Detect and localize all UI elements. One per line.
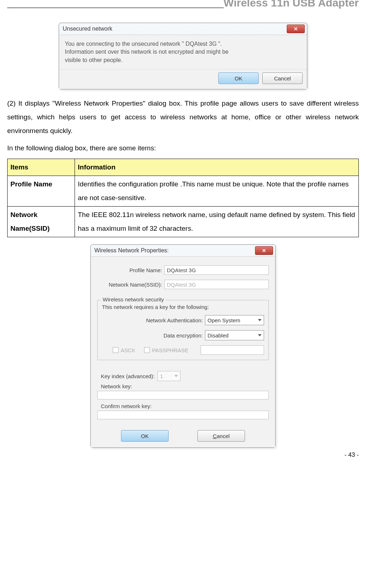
ascii-checkbox[interactable] [113, 347, 119, 353]
page-title: Wireless 11n USB Adapter [224, 0, 359, 9]
message-line: Information sent over this network is no… [65, 48, 301, 56]
table-row: Profile Name Identifies the configuratio… [8, 176, 359, 207]
passphrase-input[interactable] [201, 345, 264, 355]
network-auth-label: Network Authentication: [102, 317, 205, 323]
page-number: - 43 - [7, 451, 359, 459]
profile-name-input[interactable]: DQAtest 3G [164, 265, 269, 275]
confirm-key-label: Confirm network key: [101, 403, 269, 409]
key-index-label: Key index (advanced): [101, 373, 155, 379]
chevron-down-icon [174, 375, 178, 377]
key-index-dropdown[interactable]: 1 [157, 371, 180, 381]
ok-button[interactable]: OK [121, 430, 169, 442]
profile-name-label: Profile Name: [97, 267, 164, 273]
close-icon: ✕ [262, 248, 266, 253]
unsecured-network-dialog: Unsecured network ✕ You are connecting t… [59, 23, 307, 89]
table-row: Network Name(SSID) The IEEE 802.11n wire… [8, 207, 359, 237]
table-cell-info: Identifies the configuration profile .Th… [75, 176, 359, 207]
table-cell-item: Profile Name [8, 176, 75, 207]
close-button[interactable]: ✕ [287, 25, 305, 33]
chevron-down-icon [258, 319, 262, 321]
close-button[interactable]: ✕ [255, 246, 273, 255]
paragraph: In the following dialog box, there are s… [7, 141, 359, 155]
ssid-label: Network Name(SSID): [97, 282, 164, 288]
ok-button[interactable]: OK [218, 72, 259, 84]
items-table: Items Information Profile Name Identifie… [7, 159, 359, 237]
network-key-label: Network key: [101, 383, 269, 389]
network-auth-dropdown[interactable]: Open System [205, 315, 264, 325]
table-cell-item: Network Name(SSID) [8, 207, 75, 237]
dropdown-value: Disabled [207, 332, 228, 339]
ascii-label: ASCII [121, 347, 135, 353]
confirm-key-input[interactable] [97, 411, 269, 419]
security-fieldset: Wireless network security This network r… [97, 300, 269, 360]
dropdown-value: Open System [207, 317, 240, 323]
security-legend: Wireless network security [101, 296, 165, 302]
data-encryption-dropdown[interactable]: Disabled [205, 330, 264, 340]
passphrase-checkbox[interactable] [144, 347, 150, 353]
dialog-message: You are connecting to the unsecured netw… [59, 35, 307, 69]
cancel-button[interactable]: Cancel [262, 72, 303, 84]
ssid-input[interactable]: DQAtest 3G [164, 280, 269, 289]
dialog-title: Unsecured network [63, 26, 112, 32]
wireless-properties-dialog: Wireless Network Properties: ✕ Profile N… [90, 244, 276, 448]
dialog-title: Wireless Network Properties: [94, 247, 169, 254]
dropdown-value: 1 [160, 373, 163, 379]
table-header-items: Items [8, 159, 75, 176]
network-key-input[interactable] [97, 391, 269, 399]
message-line: visible to other people. [65, 56, 301, 64]
security-text: This network requires a key for the foll… [102, 304, 264, 310]
table-header-information: Information [75, 159, 359, 176]
cancel-button[interactable]: Cancel [197, 430, 245, 442]
data-encryption-label: Data encryption: [102, 332, 205, 339]
close-icon: ✕ [294, 26, 298, 32]
message-line: You are connecting to the unsecured netw… [65, 40, 301, 48]
table-cell-info: The IEEE 802.11n wireless network name, … [75, 207, 359, 237]
paragraph: (2) It displays "Wireless Network Proper… [7, 97, 359, 138]
passphrase-label: PASSPHRASE [152, 347, 188, 353]
chevron-down-icon [258, 334, 262, 336]
